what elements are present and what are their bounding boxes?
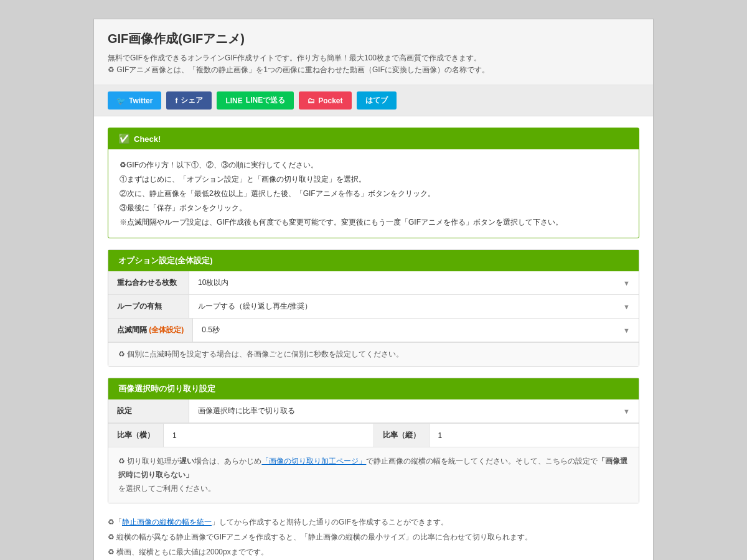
bottom-note-2: ♻ 横画、縦横ともに最大値は2000pxまでです。 xyxy=(108,544,639,559)
header-section: GIF画像作成(GIFアニメ) 無料でGIFを作成できるオンラインGIF作成サイ… xyxy=(94,19,653,85)
crop-note: ♻ 切り取り処理が遅い場合は、あらかじめ「画像の切り取り加工ページ」で静止画像の… xyxy=(108,447,639,503)
crop-title: 画像選択時の切り取り設定 xyxy=(118,383,215,394)
interval-label: 点滅間隔 (全体設定) xyxy=(108,319,193,342)
share-bar: 🐦 Twitter f シェア LINE LINEで送る 🗂 Pocket はて… xyxy=(94,85,653,116)
check-icon: ✅ xyxy=(118,133,130,144)
bottom-note-1: ♻ 縦横の幅が異なる静止画像でGIFアニメを作成すると、「静止画像の縦横の最小サ… xyxy=(108,530,639,544)
pocket-share-button[interactable]: 🗂 Pocket xyxy=(299,91,351,110)
check-line-1: ①まずはじめに、「オプション設定」と「画像の切り取り設定」を選択。 xyxy=(120,172,627,187)
option-row-loop: ループの有無 ループする（繰り返し再生/推奨） ▼ xyxy=(108,295,639,319)
cursor-icon-crop: ♻ xyxy=(118,457,127,465)
ratio-vertical-group: 比率（縦） 1 xyxy=(374,424,639,447)
check-line-2: ②次に、静止画像を「最低2枚位以上」選択した後、「GIFアニメを作る」ボタンをク… xyxy=(120,187,627,201)
check-header: ✅ Check! xyxy=(108,128,639,149)
crop-section: 画像選択時の切り取り設定 設定 画像選択時に比率で切り取る ▼ 比率（横） 1 … xyxy=(108,378,639,503)
check-line-4: ※点滅間隔やループ設定は、GIF作成後も何度でも変更可能です。変更後にもう一度「… xyxy=(120,215,627,230)
page-desc: 無料でGIFを作成できるオンラインGIF作成サイトです。作り方も簡単！最大100… xyxy=(108,52,639,76)
loop-dropdown-arrow: ▼ xyxy=(623,303,630,310)
twitter-icon: 🐦 xyxy=(116,96,126,105)
option-row-frames: 重ね合わせる枚数 10枚以内 ▼ xyxy=(108,271,639,295)
interval-value[interactable]: 0.5秒 ▼ xyxy=(193,319,639,342)
ratio-v-value: 1 xyxy=(430,425,451,446)
interval-highlight: (全体設定) xyxy=(149,325,184,334)
options-title: オプション設定(全体設定) xyxy=(118,255,213,266)
facebook-share-button[interactable]: f シェア xyxy=(166,91,212,110)
crop-setting-label: 設定 xyxy=(108,399,189,422)
cursor-icon-0: ♻ xyxy=(108,518,115,526)
page-desc-line2: ♻ GIFアニメ画像とは、「複数の静止画像」を1つの画像に重ね合わせた動画（GI… xyxy=(108,64,639,76)
loop-text: ループする（繰り返し再生/推奨） xyxy=(198,301,312,312)
crop-link[interactable]: 「画像の切り取り加工ページ」 xyxy=(261,457,366,465)
option-row-interval: 点滅間隔 (全体設定) 0.5秒 ▼ xyxy=(108,319,639,342)
check-line-0: ♻GIFの作り方！以下①、②、③の順に実行してください。 xyxy=(120,158,627,172)
twitter-share-button[interactable]: 🐦 Twitter xyxy=(108,91,161,110)
line-icon: LINE xyxy=(225,96,242,105)
options-note: ♻ 個別に点滅時間を設定する場合は、各画像ごとに個別に秒数を設定してください。 xyxy=(108,342,639,366)
ratio-v-label: 比率（縦） xyxy=(374,424,430,447)
interval-text: 0.5秒 xyxy=(202,325,220,335)
crop-setting-arrow: ▼ xyxy=(623,408,630,415)
ratio-h-label: 比率（横） xyxy=(108,424,164,447)
frames-value[interactable]: 10枚以内 ▼ xyxy=(189,271,639,294)
crop-setting-text: 画像選択時に比率で切り取る xyxy=(198,406,295,416)
twitter-label: Twitter xyxy=(129,96,153,105)
loop-value[interactable]: ループする（繰り返し再生/推奨） ▼ xyxy=(189,295,639,318)
pocket-label: Pocket xyxy=(318,96,342,105)
pocket-icon: 🗂 xyxy=(308,96,315,105)
check-line-3: ③最後に「保存」ボタンをクリック。 xyxy=(120,201,627,215)
ratio-horizontal-group: 比率（横） 1 xyxy=(108,424,374,447)
frames-dropdown-arrow: ▼ xyxy=(623,279,630,287)
hatena-share-button[interactable]: はてブ xyxy=(357,91,397,110)
hatena-label: はてブ xyxy=(365,95,388,106)
unify-link[interactable]: 静止画像の縦横の幅を統一 xyxy=(122,518,212,526)
bottom-notes: ♻「静止画像の縦横の幅を統一」してから作成すると期待した通りのGIFを作成するこ… xyxy=(108,515,639,560)
bottom-note-0: ♻「静止画像の縦横の幅を統一」してから作成すると期待した通りのGIFを作成するこ… xyxy=(108,515,639,530)
check-section: ✅ Check! ♻GIFの作り方！以下①、②、③の順に実行してください。 ①ま… xyxy=(108,128,639,238)
ratio-h-value: 1 xyxy=(164,425,186,446)
options-header: オプション設定(全体設定) xyxy=(108,250,639,271)
check-title: Check! xyxy=(134,134,161,144)
line-share-button[interactable]: LINE LINEで送る xyxy=(217,91,294,110)
facebook-label: シェア xyxy=(181,95,203,106)
crop-header: 画像選択時の切り取り設定 xyxy=(108,378,639,399)
crop-setting-row: 設定 画像選択時に比率で切り取る ▼ xyxy=(108,399,639,423)
loop-label: ループの有無 xyxy=(108,295,189,318)
facebook-icon: f xyxy=(175,96,177,105)
frames-text: 10枚以内 xyxy=(198,278,228,288)
interval-dropdown-arrow: ▼ xyxy=(623,327,630,334)
page-desc-line1: 無料でGIFを作成できるオンラインGIF作成サイトです。作り方も簡単！最大100… xyxy=(108,52,639,64)
page-title: GIF画像作成(GIFアニメ) xyxy=(108,30,639,47)
crop-ratio-row: 比率（横） 1 比率（縦） 1 xyxy=(108,423,639,447)
crop-setting-value[interactable]: 画像選択時に比率で切り取る ▼ xyxy=(189,399,639,422)
frames-label: 重ね合わせる枚数 xyxy=(108,271,189,294)
check-content: ♻GIFの作り方！以下①、②、③の順に実行してください。 ①まずはじめに、「オプ… xyxy=(108,149,639,238)
options-section: オプション設定(全体設定) 重ね合わせる枚数 10枚以内 ▼ ループの有無 ルー… xyxy=(108,250,639,366)
line-label: LINEで送る xyxy=(246,95,285,106)
